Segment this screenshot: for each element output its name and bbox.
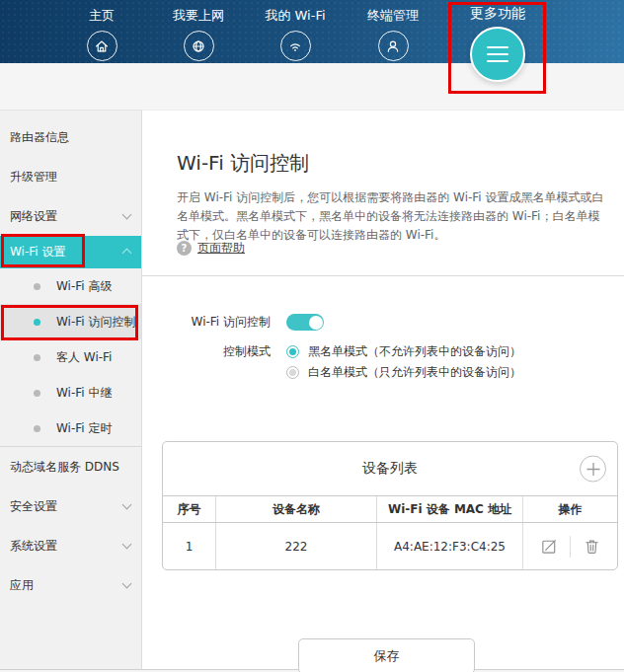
radio-whitelist-mode[interactable]: 白名单模式（只允许列表中的设备访问） [286,364,521,381]
bullet-icon [34,354,40,361]
add-device-button[interactable] [580,456,606,483]
sidebar-item-label: Wi-Fi 定时 [56,420,112,437]
toggle-knob [309,316,323,330]
chevron-up-icon [122,249,132,259]
radio-selected-icon [286,345,299,358]
col-header-mac: Wi-Fi 设备 MAC 地址 [377,496,523,522]
device-list-header: 设备列表 [163,442,617,496]
radio-unselected-icon [286,366,299,379]
sidebar-item-label: 系统设置 [10,538,57,555]
sidebar-item-router-info[interactable]: 路由器信息 [0,117,141,157]
edit-icon [540,537,559,556]
actions-divider [570,536,571,558]
sidebar-item-system[interactable]: 系统设置 [0,526,141,565]
home-icon [87,31,117,61]
nav-item-home-label: 主页 [54,7,149,25]
control-mode-row: 控制模式 黑名单模式（不允许列表中的设备访问） 白名单模式（只允许列表中的设备访… [142,343,521,381]
help-icon: ? [177,241,192,256]
cell-actions [523,523,617,569]
trash-icon [583,537,601,556]
control-mode-label: 控制模式 [142,343,271,360]
toggle-label: Wi-Fi 访问控制 [142,314,271,331]
bullet-icon [34,425,40,432]
sidebar-item-security[interactable]: 安全设置 [0,486,141,526]
col-header-actions: 操作 [523,496,617,522]
sidebar-item-guest-wifi[interactable]: 客人 Wi-Fi [0,339,141,375]
bullet-icon [34,319,40,326]
wifi-icon [280,31,311,61]
sidebar-item-label: Wi-Fi 高级 [56,278,112,295]
wifi-access-control-toggle[interactable] [286,314,324,331]
nav-item-devices-label: 终端管理 [346,7,440,25]
nav-item-devices[interactable]: 终端管理 [346,7,440,61]
col-header-device-name: 设备名称 [216,496,377,522]
chevron-down-icon [122,579,132,589]
sidebar-item-wifi-settings[interactable]: Wi-Fi 设置 [0,236,141,268]
table-header-row: 序号 设备名称 Wi-Fi 设备 MAC 地址 操作 [163,496,617,523]
page-help-link[interactable]: ? 页面帮助 [177,240,245,257]
nav-item-internet-label: 我要上网 [151,7,246,25]
sidebar-item-wifi-repeater[interactable]: Wi-Fi 中继 [0,375,141,411]
sidebar-item-wifi-advanced[interactable]: Wi-Fi 高级 [0,268,141,304]
col-header-index: 序号 [163,496,216,522]
sidebar-item-label: 动态域名服务 DDNS [10,459,119,476]
chevron-down-icon [122,210,132,220]
bullet-icon [34,390,40,397]
sidebar-item-label: Wi-Fi 中继 [56,385,112,402]
cell-mac: A4:AE:12:F3:C4:25 [377,523,523,569]
sidebar-item-apps[interactable]: 应用 [0,565,141,605]
radio-whitelist-label: 白名单模式（只允许列表中的设备访问） [308,364,521,381]
nav-item-my-wifi-label: 我的 Wi-Fi [248,7,343,25]
sidebar-item-label: Wi-Fi 访问控制 [56,314,135,331]
sidebar-item-label: 路由器信息 [10,129,69,146]
edit-device-button[interactable] [536,534,562,560]
page-description: 开启 Wi-Fi 访问控制后，您可以根据需要将路由器的 Wi-Fi 设置成黑名单… [177,188,609,245]
chevron-down-icon [122,540,132,550]
radio-blacklist-label: 黑名单模式（不允许列表中的设备访问） [308,343,521,360]
sidebar: 路由器信息 升级管理 网络设置 Wi-Fi 设置 Wi-Fi 高级 Wi-Fi … [0,110,141,670]
device-list-title: 设备列表 [362,460,418,478]
nav-item-home[interactable]: 主页 [54,7,149,61]
sidebar-item-label: 网络设置 [10,208,57,225]
help-link-label: 页面帮助 [197,240,245,257]
sidebar-item-wifi-access-control[interactable]: Wi-Fi 访问控制 [0,304,141,339]
radio-blacklist-mode[interactable]: 黑名单模式（不允许列表中的设备访问） [286,343,521,360]
sidebar-item-label: 应用 [10,577,34,594]
sidebar-item-wifi-timer[interactable]: Wi-Fi 定时 [0,411,141,446]
menu-icon[interactable] [470,27,525,82]
nav-item-internet[interactable]: 我要上网 [151,7,246,61]
sidebar-item-label: Wi-Fi 设置 [10,244,65,261]
main-content: Wi-Fi 访问控制 开启 Wi-Fi 访问控制后，您可以根据需要将路由器的 W… [141,110,624,670]
sidebar-item-label: 安全设置 [10,498,57,515]
sidebar-item-network-settings[interactable]: 网络设置 [0,196,141,236]
nav-item-my-wifi[interactable]: 我的 Wi-Fi [248,7,343,61]
cell-device-name: 222 [216,523,377,569]
sidebar-item-upgrade[interactable]: 升级管理 [0,157,141,196]
delete-device-button[interactable] [579,534,604,560]
section-divider [142,275,624,276]
nav-item-more[interactable]: 更多功能 [446,5,549,82]
device-list-card: 设备列表 序号 设备名称 Wi-Fi 设备 MAC 地址 操作 1 222 A4… [162,441,618,570]
sidebar-item-label: 升级管理 [10,169,57,186]
save-button[interactable]: 保存 [298,638,475,672]
table-row: 1 222 A4:AE:12:F3:C4:25 [163,523,617,569]
sidebar-item-ddns[interactable]: 动态域名服务 DDNS [0,447,141,486]
user-icon [378,31,409,61]
chevron-down-icon [122,500,132,510]
wifi-access-control-row: Wi-Fi 访问控制 [142,314,324,331]
control-mode-options: 黑名单模式（不允许列表中的设备访问） 白名单模式（只允许列表中的设备访问） [286,343,521,381]
nav-item-more-label: 更多功能 [446,5,549,23]
sidebar-item-label: 客人 Wi-Fi [56,349,112,366]
page-title: Wi-Fi 访问控制 [177,150,309,177]
bullet-icon [34,283,40,290]
cell-index: 1 [163,523,216,569]
globe-icon [184,31,214,61]
